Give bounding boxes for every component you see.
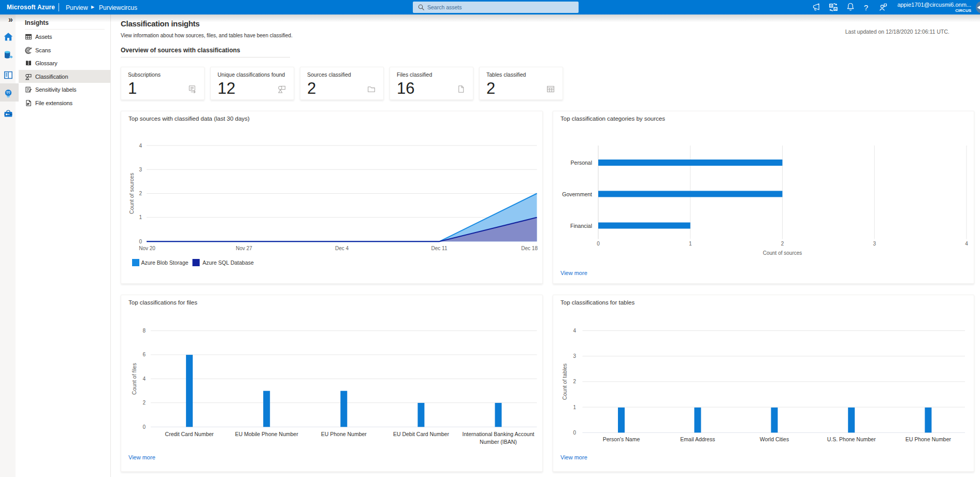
svg-text:Person's Name: Person's Name [603,436,640,442]
svg-text:0: 0 [573,430,576,436]
svg-text:4: 4 [139,143,142,149]
svg-text:U.S. Phone Number: U.S. Phone Number [827,436,876,442]
svg-text:Nov 20: Nov 20 [139,245,155,251]
svg-text:Credit Card Number: Credit Card Number [165,431,214,437]
svg-text:Nov 27: Nov 27 [236,245,252,251]
svg-text:Number (IBAN): Number (IBAN) [480,439,517,445]
svg-text:World Cities: World Cities [760,436,789,442]
svg-text:1: 1 [573,404,576,410]
svg-text:Count of sources: Count of sources [128,173,135,214]
svg-text:International Banking Account: International Banking Account [463,431,535,437]
svg-text:2: 2 [781,241,784,247]
svg-text:Azure SQL Database: Azure SQL Database [203,259,254,266]
svg-text:1: 1 [689,241,692,247]
svg-text:Count of tables: Count of tables [561,364,568,400]
svg-text:Count of files: Count of files [131,363,137,395]
svg-text:Government: Government [562,191,592,197]
svg-text:0: 0 [597,241,600,247]
svg-text:0: 0 [139,239,142,244]
svg-text:3: 3 [139,167,142,172]
svg-text:0: 0 [142,424,146,430]
svg-text:Email Address: Email Address [680,436,715,442]
svg-text:Dec 4: Dec 4 [335,245,349,251]
svg-text:Azure Blob Storage: Azure Blob Storage [141,259,189,266]
svg-text:Personal: Personal [571,160,592,166]
svg-text:EU Mobile Phone Number: EU Mobile Phone Number [235,431,298,437]
svg-text:4: 4 [142,376,146,382]
svg-text:2: 2 [573,379,576,384]
svg-text:EU Phone Number: EU Phone Number [321,431,367,437]
svg-text:6: 6 [142,352,146,357]
svg-text:Dec 18: Dec 18 [521,245,538,251]
svg-text:8: 8 [142,328,146,334]
svg-text:3: 3 [573,353,576,359]
svg-text:Dec 11: Dec 11 [431,245,448,251]
svg-text:EU Phone Number: EU Phone Number [905,436,952,442]
svg-text:1: 1 [139,214,142,220]
svg-text:3: 3 [873,241,876,247]
svg-text:EU Debit Card Number: EU Debit Card Number [393,431,449,437]
svg-text:Count of sources: Count of sources [763,250,802,256]
svg-text:Financial: Financial [570,223,592,229]
svg-text:2: 2 [142,400,146,406]
svg-text:2: 2 [139,191,142,196]
svg-text:4: 4 [573,328,576,334]
svg-text:?: ? [864,3,868,12]
svg-text:4: 4 [965,241,968,247]
